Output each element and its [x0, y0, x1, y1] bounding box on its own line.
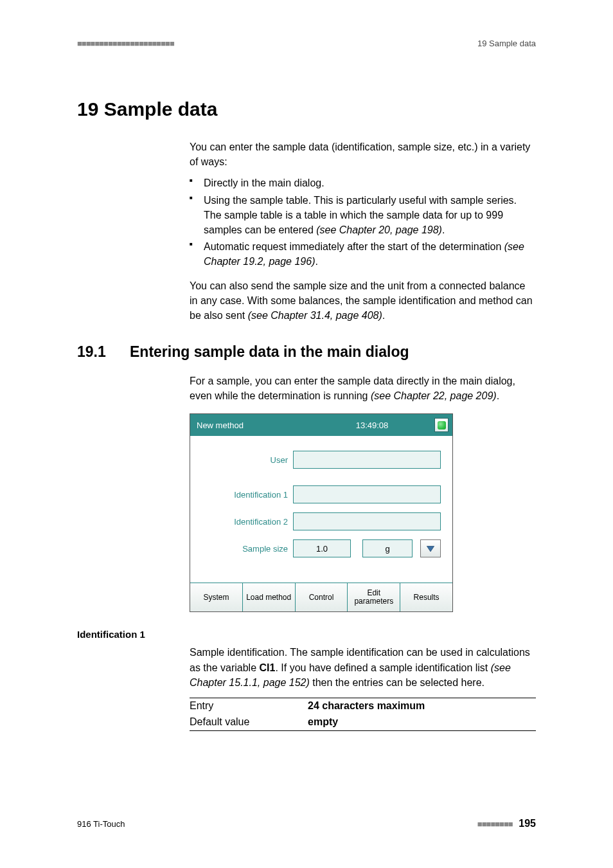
bullet-text: Automatic request immediately after the …: [204, 241, 504, 252]
footer-product: 916 Ti-Touch: [77, 819, 125, 829]
field-row-id1: Identification 1: [197, 485, 446, 504]
identification2-input[interactable]: [293, 512, 441, 530]
field-row-user: User: [197, 450, 446, 469]
system-button[interactable]: System: [190, 583, 243, 611]
intro-bullets: Directly in the main dialog. Using the s…: [190, 176, 536, 269]
section-intro-end: .: [497, 390, 499, 401]
header-dashes: ■■■■■■■■■■■■■■■■■■■■■■: [77, 39, 174, 48]
table-row: Default value empty: [190, 714, 536, 730]
svg-marker-0: [427, 547, 434, 552]
chapter-title: 19 Sample data: [77, 98, 536, 120]
spec-key: Entry: [190, 698, 308, 714]
spec-key: Default value: [190, 714, 308, 730]
status-dot-icon: [438, 421, 446, 429]
bullet-item: Directly in the main dialog.: [190, 176, 536, 190]
identification1-input[interactable]: [293, 485, 441, 503]
bullet-item: Using the sample table. This is particul…: [190, 193, 536, 238]
cross-ref: (see Chapter 31.4, page 408): [248, 310, 382, 321]
user-input[interactable]: [293, 451, 441, 469]
sample-unit-input[interactable]: g: [362, 539, 413, 557]
field-heading-identification1: Identification 1: [77, 629, 536, 640]
device-body: User Identification 1 Identification 2 S…: [190, 436, 452, 583]
device-method-title: New method: [197, 420, 314, 430]
load-method-button[interactable]: Load method: [243, 583, 296, 611]
chevron-down-icon: [426, 544, 435, 553]
footer-page-number: 195: [519, 818, 536, 829]
section-intro: For a sample, you can enter the sample d…: [190, 374, 536, 403]
device-clock: 13:49:08: [314, 420, 431, 430]
page-header: ■■■■■■■■■■■■■■■■■■■■■■ 19 Sample data: [77, 39, 536, 48]
field-row-id2: Identification 2: [197, 512, 446, 531]
field-label: Identification 2: [197, 517, 293, 527]
spec-value: empty: [308, 714, 338, 730]
field-row-sample-size: Sample size 1.0 g: [197, 539, 446, 558]
device-button-bar: System Load method Control Edit paramete…: [190, 583, 452, 611]
section-title: Entering sample data in the main dialog: [130, 343, 409, 361]
bullet-end: .: [442, 224, 445, 235]
header-chapter-ref: 19 Sample data: [477, 39, 536, 48]
field-label: User: [197, 455, 293, 465]
field-label: Identification 1: [197, 490, 293, 500]
page-footer: 916 Ti-Touch ■■■■■■■■ 195: [77, 818, 536, 829]
status-indicator-button[interactable]: [434, 418, 449, 432]
cross-ref: (see Chapter 22, page 209): [371, 390, 497, 401]
field-spec-table: Entry 24 characters maximum Default valu…: [190, 698, 536, 731]
device-titlebar: New method 13:49:08: [190, 414, 452, 436]
edit-parameters-button[interactable]: Edit parameters: [348, 583, 400, 611]
sample-size-input[interactable]: 1.0: [293, 539, 351, 557]
section-number: 19.1: [77, 343, 130, 361]
device-screenshot: New method 13:49:08 User Identification …: [190, 413, 453, 612]
cross-ref: (see Chapter 20, page 198): [316, 224, 442, 235]
variable-name: CI1: [260, 662, 276, 673]
field-label: Sample size: [197, 544, 293, 554]
field-desc-text: . If you have defined a sample identific…: [275, 662, 490, 673]
spec-value: 24 characters maximum: [308, 698, 425, 714]
footer-dashes: ■■■■■■■■: [477, 819, 513, 829]
unit-dropdown-button[interactable]: [420, 539, 441, 557]
bullet-end: .: [315, 256, 317, 267]
control-button[interactable]: Control: [296, 583, 348, 611]
table-row: Entry 24 characters maximum: [190, 698, 536, 714]
paragraph: You can also send the sample size and th…: [190, 278, 536, 323]
intro-paragraph: You can enter the sample data (identific…: [190, 140, 536, 169]
field-desc-text: then the entries can be selected here.: [310, 677, 484, 688]
section-heading: 19.1 Entering sample data in the main di…: [77, 343, 536, 361]
field-description: Sample identification. The sample identi…: [190, 645, 536, 690]
paragraph-end: .: [382, 310, 385, 321]
bullet-item: Automatic request immediately after the …: [190, 239, 536, 269]
results-button[interactable]: Results: [400, 583, 452, 611]
